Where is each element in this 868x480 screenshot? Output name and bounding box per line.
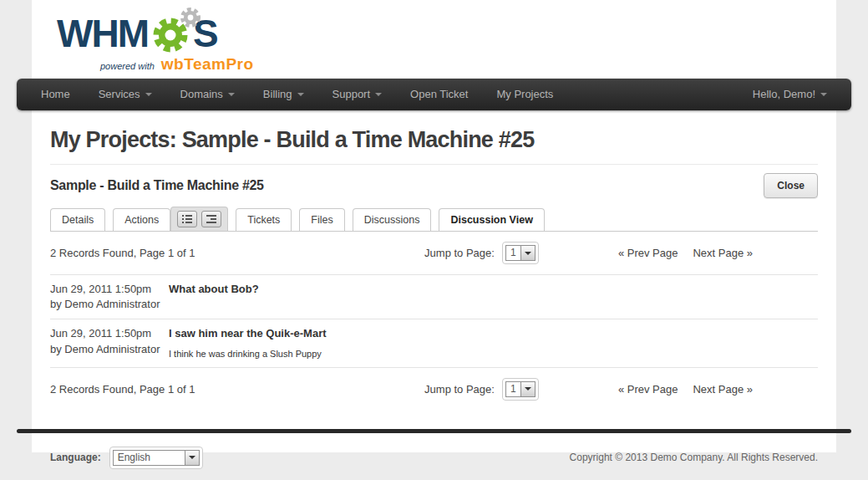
page-select-value: 1	[506, 246, 520, 260]
pagination-row-top: 2 Records Found, Page 1 of 1 Jump to Pag…	[50, 232, 818, 274]
discussion-entry: Jun 29, 2011 1:50pm by Demo Administrato…	[50, 319, 818, 367]
prev-page-link[interactable]: « Prev Page	[618, 247, 678, 259]
entry-author: by Demo Administrator	[50, 297, 169, 312]
panel-header: Sample - Build a Time Machine #25 Close	[50, 173, 818, 198]
nav-item-label: Open Ticket	[410, 79, 468, 110]
nav-item-services[interactable]: Services	[84, 79, 166, 110]
viewport: WHM S powered with wbT	[0, 0, 868, 480]
entry-date: Jun 29, 2011 1:50pm	[50, 326, 169, 341]
nav-item-label: Support	[332, 79, 371, 110]
entry-title: I saw him near the Quik-e-Mart	[169, 326, 327, 341]
pagination-row-bottom: 2 Records Found, Page 1 of 1 Jump to Pag…	[50, 367, 818, 411]
powered-with-text: powered with	[100, 61, 155, 71]
chevron-down-icon	[145, 93, 152, 96]
logo-text-prefix: WHM	[57, 14, 148, 53]
tab-actions[interactable]: Actions	[113, 208, 170, 231]
language-select-wrap: English	[109, 447, 203, 469]
project-heading: Sample - Build a Time Machine #25	[50, 178, 264, 193]
jump-to-page-label: Jump to Page:	[424, 247, 495, 259]
dropdown-button[interactable]	[520, 246, 535, 260]
page-title: My Projects: Sample - Build a Time Machi…	[50, 127, 818, 165]
language-select-value: English	[114, 451, 185, 465]
tab-files[interactable]: Files	[299, 208, 344, 231]
nav-item-my-projects[interactable]: My Projects	[482, 79, 567, 110]
page-select[interactable]: 1	[505, 381, 536, 397]
main-navbar: Home Services Domains Billing Support Op…	[17, 79, 851, 110]
tab-details[interactable]: Details	[50, 208, 105, 231]
tab-discussion-view[interactable]: Discussion View	[439, 208, 544, 231]
discussion-entry: Jun 29, 2011 1:50pm by Demo Administrato…	[50, 274, 818, 319]
nav-item-support[interactable]: Support	[318, 79, 397, 110]
view-toggle-group	[170, 207, 228, 231]
page-select[interactable]: 1	[505, 245, 536, 261]
nav-item-label: Domains	[180, 79, 223, 110]
list-bullet-view-icon[interactable]	[177, 211, 197, 227]
chevron-down-icon	[375, 93, 382, 96]
language-select[interactable]: English	[113, 450, 200, 466]
nav-item-billing[interactable]: Billing	[249, 79, 318, 110]
footer: Language: English Copyright © 2013 Demo …	[32, 433, 836, 480]
nav-item-label: Services	[99, 79, 140, 110]
list-detail-view-icon[interactable]	[201, 211, 221, 227]
chevron-down-icon	[525, 387, 531, 391]
page-links: « Prev Page Next Page »	[618, 383, 753, 396]
logo-gears	[150, 12, 191, 55]
nav-user-menu[interactable]: Hello, Demo!	[739, 79, 841, 110]
next-page-link[interactable]: Next Page »	[693, 247, 753, 259]
entry-body: I think he was drinking a Slush Puppy	[169, 348, 327, 360]
entry-title: What about Bob?	[169, 282, 259, 297]
tab-discussions[interactable]: Discussions	[353, 208, 432, 231]
nav-item-label: My Projects	[496, 79, 553, 110]
prev-page-link[interactable]: « Prev Page	[618, 383, 678, 396]
logo-tagline: powered with wbTeamPro	[57, 55, 254, 74]
page-card: WHM S powered with wbT	[32, 0, 836, 452]
copyright-text: Copyright © 2013 Demo Company. All Right…	[570, 452, 818, 463]
page-select-value: 1	[506, 382, 520, 396]
nav-item-label: Billing	[263, 79, 292, 110]
chevron-down-icon	[189, 456, 195, 459]
nav-item-label: Home	[41, 79, 70, 110]
logo-wordmark: WHM S	[57, 12, 254, 55]
language-label: Language:	[50, 452, 101, 463]
chevron-down-icon	[525, 252, 531, 255]
logo: WHM S powered with wbT	[32, 0, 254, 79]
jump-to-page-group: Jump to Page: 1	[424, 242, 539, 264]
gray-gear-icon	[178, 5, 203, 30]
jump-to-page-group: Jump to Page: 1	[424, 378, 539, 401]
close-button[interactable]: Close	[764, 173, 818, 198]
nav-user-label: Hello, Demo!	[753, 79, 815, 110]
nav-item-home[interactable]: Home	[27, 79, 84, 110]
records-found-text: 2 Records Found, Page 1 of 1	[50, 247, 424, 259]
page-select-wrap: 1	[502, 242, 539, 264]
wbteampro-brand: wbTeamPro	[161, 55, 254, 74]
dropdown-button[interactable]	[520, 382, 535, 396]
page-links: « Prev Page Next Page »	[618, 247, 753, 259]
chevron-down-icon	[297, 93, 304, 96]
page-select-wrap: 1	[502, 378, 539, 401]
jump-to-page-label: Jump to Page:	[424, 383, 495, 396]
chevron-down-icon	[820, 93, 827, 96]
dropdown-button[interactable]	[185, 451, 199, 465]
entry-date: Jun 29, 2011 1:50pm	[50, 282, 169, 297]
entry-meta: Jun 29, 2011 1:50pm by Demo Administrato…	[50, 282, 169, 312]
entry-content: What about Bob?	[169, 282, 259, 312]
tab-tickets[interactable]: Tickets	[236, 208, 292, 231]
entry-author: by Demo Administrator	[50, 342, 169, 357]
chevron-down-icon	[228, 93, 235, 96]
entry-meta: Jun 29, 2011 1:50pm by Demo Administrato…	[50, 326, 169, 360]
entry-content: I saw him near the Quik-e-Mart I think h…	[169, 326, 327, 360]
tab-bar: Details Actions Tickets Files Discussion…	[50, 207, 818, 232]
next-page-link[interactable]: Next Page »	[693, 383, 753, 396]
records-found-text: 2 Records Found, Page 1 of 1	[50, 383, 424, 396]
nav-item-open-ticket[interactable]: Open Ticket	[396, 79, 482, 110]
nav-item-domains[interactable]: Domains	[166, 79, 249, 110]
